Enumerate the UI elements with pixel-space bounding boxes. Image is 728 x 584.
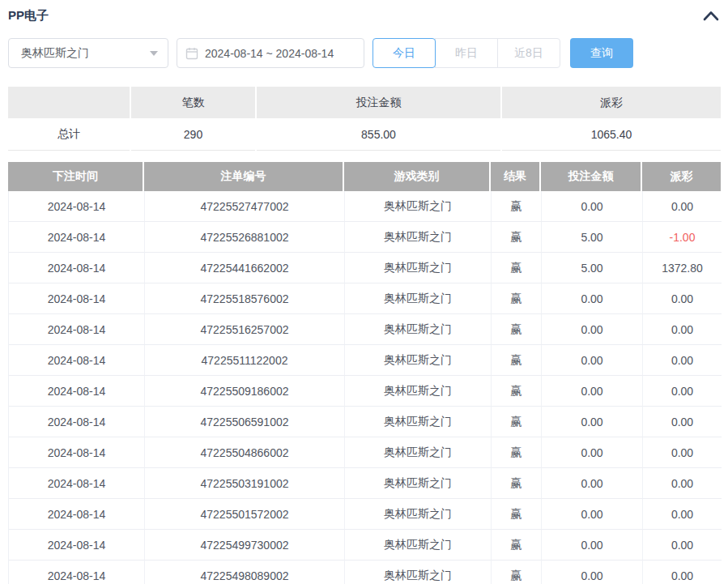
bet-date: 2024-08-14 [9, 561, 145, 584]
col-payout: 派彩 [642, 162, 721, 191]
date-range-input[interactable]: 2024-08-14 ~ 2024-08-14 [177, 38, 364, 68]
game-name: 奥林匹斯之门 [345, 253, 492, 283]
game-name: 奥林匹斯之门 [345, 561, 492, 584]
bet-result: 赢 [492, 437, 542, 468]
bet-payout: 0.00 [643, 314, 722, 345]
game-name: 奥林匹斯之门 [345, 345, 492, 376]
bet-payout: 0.00 [643, 530, 722, 561]
bet-date: 2024-08-14 [9, 253, 145, 283]
summary-total-row: 总计 290 855.00 1065.40 [8, 118, 721, 151]
table-row: 2024-08-14 47225506591002 奥林匹斯之门 赢 0.00 … [9, 407, 720, 437]
game-name: 奥林匹斯之门 [345, 376, 492, 407]
bet-payout: 0.00 [643, 283, 722, 314]
bet-result: 赢 [492, 376, 542, 407]
today-button[interactable]: 今日 [373, 38, 436, 68]
bet-id: 47225509186002 [145, 376, 345, 407]
bet-payout: 0.00 [643, 468, 722, 499]
bets-table: 下注时间 注单编号 游戏类别 结果 投注金额 派彩 2024-08-14 472… [8, 162, 721, 584]
bet-payout: 0.00 [643, 561, 722, 584]
game-name: 奥林匹斯之门 [345, 530, 492, 561]
bet-date: 2024-08-14 [9, 376, 145, 407]
col-game-category: 游戏类别 [344, 162, 491, 191]
table-row: 2024-08-14 47225526881002 奥林匹斯之门 赢 5.00 … [9, 222, 720, 253]
table-row: 2024-08-14 47225504866002 奥林匹斯之门 赢 0.00 … [9, 437, 720, 468]
bet-payout: 0.00 [643, 345, 722, 376]
table-row: 2024-08-14 47225516257002 奥林匹斯之门 赢 0.00 … [9, 314, 720, 345]
bet-payout: 0.00 [643, 407, 722, 437]
game-name: 奥林匹斯之门 [345, 191, 492, 222]
table-row: 2024-08-14 47225499730002 奥林匹斯之门 赢 0.00 … [9, 530, 720, 561]
game-select[interactable]: 奥林匹斯之门 [8, 38, 168, 68]
panel-header: PP电子 [8, 6, 721, 24]
bet-id: 47225498089002 [145, 561, 345, 584]
bet-amount: 0.00 [542, 468, 643, 499]
collapse-button[interactable] [701, 9, 721, 23]
date-range-value: 2024-08-14 ~ 2024-08-14 [205, 47, 334, 60]
calendar-icon [185, 47, 198, 60]
summary-total-bet-amount: 855.00 [257, 118, 500, 151]
last-8-days-button[interactable]: 近8日 [497, 38, 560, 68]
table-row: 2024-08-14 47225511122002 奥林匹斯之门 赢 0.00 … [9, 345, 720, 376]
game-name: 奥林匹斯之门 [345, 499, 492, 530]
bet-result: 赢 [492, 530, 542, 561]
bet-id: 47225441662002 [145, 253, 345, 283]
summary-table: 笔数 投注金额 派彩 总计 290 855.00 1065.40 [8, 87, 721, 151]
bet-result: 赢 [492, 253, 542, 283]
table-row: 2024-08-14 47225501572002 奥林匹斯之门 赢 0.00 … [9, 499, 720, 530]
game-name: 奥林匹斯之门 [345, 283, 492, 314]
col-bet-id: 注单编号 [144, 162, 344, 191]
bet-id: 47225526881002 [145, 222, 345, 253]
bet-amount: 0.00 [542, 561, 643, 584]
bet-date: 2024-08-14 [9, 314, 145, 345]
bet-payout: 0.00 [643, 376, 722, 407]
bet-id: 47225499730002 [145, 530, 345, 561]
bet-result: 赢 [492, 345, 542, 376]
bet-amount: 5.00 [542, 222, 643, 253]
yesterday-button[interactable]: 昨日 [435, 38, 498, 68]
bet-date: 2024-08-14 [9, 437, 145, 468]
summary-header-empty [8, 87, 130, 118]
summary-header-bet-amount: 投注金额 [257, 87, 500, 118]
table-row: 2024-08-14 47225518576002 奥林匹斯之门 赢 0.00 … [9, 283, 720, 314]
bet-id: 47225501572002 [145, 499, 345, 530]
bet-id: 47225506591002 [145, 407, 345, 437]
col-result: 结果 [491, 162, 541, 191]
bet-amount: 0.00 [542, 499, 643, 530]
table-row: 2024-08-14 47225503191002 奥林匹斯之门 赢 0.00 … [9, 468, 720, 499]
game-name: 奥林匹斯之门 [345, 468, 492, 499]
bet-result: 赢 [492, 314, 542, 345]
bet-amount: 0.00 [542, 407, 643, 437]
bet-result: 赢 [492, 407, 542, 437]
bet-date: 2024-08-14 [9, 283, 145, 314]
bet-id: 47225516257002 [145, 314, 345, 345]
game-select-value: 奥林匹斯之门 [21, 46, 89, 61]
bet-result: 赢 [492, 468, 542, 499]
bet-id: 47225503191002 [145, 468, 345, 499]
bet-id: 47225511122002 [145, 345, 345, 376]
bet-payout: 0.00 [643, 437, 722, 468]
bets-table-body: 2024-08-14 47225527477002 奥林匹斯之门 赢 0.00 … [8, 191, 721, 584]
col-bet-amount: 投注金额 [541, 162, 642, 191]
bet-result: 赢 [492, 561, 542, 584]
page-title: PP电子 [8, 8, 49, 23]
bet-amount: 0.00 [542, 314, 643, 345]
query-button[interactable]: 查询 [570, 38, 633, 68]
bet-payout: 0.00 [643, 499, 722, 530]
bet-id: 47225504866002 [145, 437, 345, 468]
bet-result: 赢 [492, 222, 542, 253]
bet-amount: 0.00 [542, 437, 643, 468]
bet-result: 赢 [492, 283, 542, 314]
summary-total-payout: 1065.40 [502, 118, 721, 151]
bet-date: 2024-08-14 [9, 499, 145, 530]
quick-range-button-group: 今日 昨日 近8日 [373, 38, 560, 68]
bet-amount: 5.00 [542, 253, 643, 283]
bet-payout: -1.00 [643, 222, 722, 253]
bet-date: 2024-08-14 [9, 407, 145, 437]
filter-toolbar: 奥林匹斯之门 2024-08-14 ~ 2024-08-14 今日 昨日 近8日… [8, 38, 721, 68]
bet-amount: 0.00 [542, 376, 643, 407]
bet-id: 47225527477002 [145, 191, 345, 222]
game-name: 奥林匹斯之门 [345, 407, 492, 437]
table-row: 2024-08-14 47225509186002 奥林匹斯之门 赢 0.00 … [9, 376, 720, 407]
summary-total-count: 290 [131, 118, 255, 151]
bet-payout: 1372.80 [643, 253, 722, 283]
